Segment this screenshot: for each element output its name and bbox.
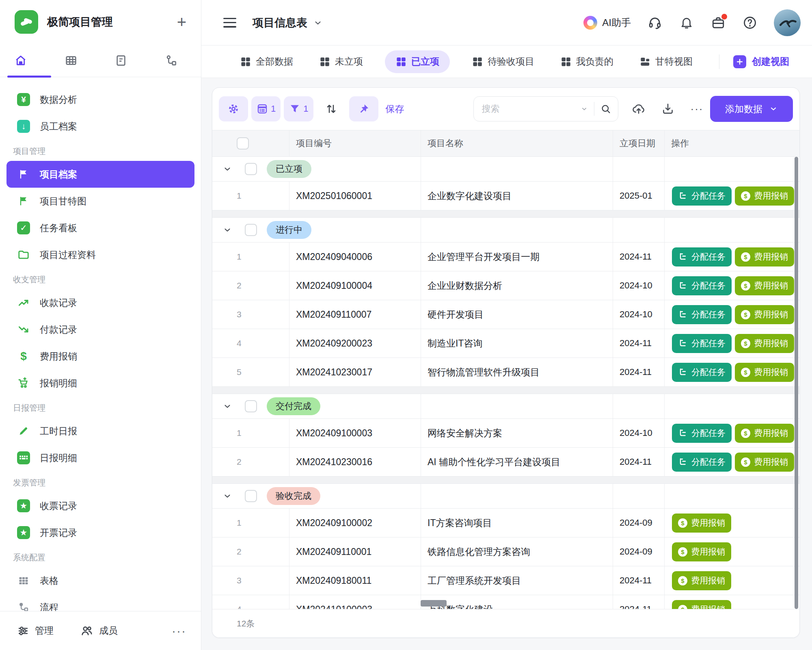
sidebar-item-folder[interactable]: 项目过程资料 <box>6 241 194 268</box>
row-number-cell: 1 <box>212 182 289 210</box>
pin-button[interactable] <box>349 96 378 121</box>
fields-config-button[interactable]: 1 <box>251 96 281 121</box>
sidebar-item-inbox-down[interactable]: ↓员工档案 <box>6 113 194 140</box>
column-header-name[interactable]: 项目名称 <box>421 130 613 156</box>
help-icon[interactable] <box>742 15 758 30</box>
action-label: 费用报销 <box>754 366 788 378</box>
user-avatar[interactable] <box>774 9 801 36</box>
view-tab-我负责的[interactable]: 我负责的 <box>556 50 618 73</box>
column-header-actions[interactable]: 操作 <box>664 130 799 156</box>
view-tab-已立项[interactable]: 已立项 <box>385 50 450 73</box>
dollar-badge-icon: $ <box>741 368 750 377</box>
group-collapse-chevron-icon[interactable] <box>223 165 232 173</box>
select-all-checkbox[interactable] <box>237 137 249 150</box>
sidebar-item-ticket-star[interactable]: ★收票记录 <box>6 492 194 519</box>
expense-claim-button[interactable]: $费用报销 <box>672 514 731 533</box>
assign-task-button[interactable]: 分配任务 <box>672 363 732 382</box>
view-tab-甘特视图[interactable]: 甘特视图 <box>635 50 697 73</box>
expense-claim-button[interactable]: $费用报销 <box>735 363 794 382</box>
expense-claim-button[interactable]: $费用报销 <box>735 453 794 472</box>
search-chevron-down-icon[interactable] <box>580 105 588 113</box>
project-code-cell: XM202410230017 <box>289 358 421 386</box>
search-icon[interactable] <box>600 103 611 115</box>
sidebar-item-yen-chart[interactable]: ¥数据分析 <box>6 86 194 113</box>
sidebar-item-flag[interactable]: 项目甘特图 <box>6 188 194 214</box>
actions-cell: 分配任务$费用报销 <box>664 419 799 447</box>
expense-claim-button[interactable]: $费用报销 <box>672 600 731 609</box>
sidebar-item-cart-plus[interactable]: 报销明细 <box>6 370 194 396</box>
sidebar-add-button[interactable]: + <box>177 14 186 30</box>
import-upload-button[interactable] <box>630 100 648 118</box>
sidebar-item-trend-up[interactable]: 收款记录 <box>6 289 194 316</box>
assign-task-button[interactable]: 分配任务 <box>672 276 732 295</box>
expense-claim-button[interactable]: $费用报销 <box>672 542 731 561</box>
group-checkbox[interactable] <box>245 400 257 412</box>
assign-task-button[interactable]: 分配任务 <box>672 334 732 353</box>
sidebar-item-label: 收票记录 <box>40 500 77 512</box>
group-checkbox[interactable] <box>245 163 257 175</box>
settings-button[interactable] <box>219 96 248 121</box>
column-header-code[interactable]: 项目编号 <box>289 130 421 156</box>
sidebar-more-button[interactable]: ··· <box>172 624 186 638</box>
sidebar-tab-table[interactable] <box>64 54 78 67</box>
sidebar-item-flag[interactable]: 项目档案 <box>6 161 194 188</box>
filter-button[interactable]: 1 <box>284 96 313 121</box>
search-input[interactable] <box>482 104 580 114</box>
expense-claim-button[interactable]: $费用报销 <box>735 276 794 295</box>
add-data-button[interactable]: 添加数据 <box>710 96 793 122</box>
briefcase-icon[interactable] <box>710 15 726 30</box>
column-header-date[interactable]: 立项日期 <box>613 130 664 156</box>
sidebar-manage-button[interactable]: 管理 <box>17 624 54 637</box>
project-code-cell: XM202409110007 <box>289 300 421 329</box>
expense-claim-button[interactable]: $费用报销 <box>735 247 794 266</box>
create-view-button[interactable]: 创建视图 <box>733 55 789 68</box>
group-checkbox[interactable] <box>245 224 257 236</box>
save-button[interactable]: 保存 <box>386 103 404 115</box>
view-tab-全部数据[interactable]: 全部数据 <box>236 50 297 73</box>
expense-claim-button[interactable]: $费用报销 <box>735 305 794 324</box>
sidebar-tab-document[interactable] <box>114 54 128 67</box>
sidebar-tab-flow[interactable] <box>164 54 178 67</box>
sidebar-item-flow-node[interactable]: 流程 <box>6 594 194 611</box>
headset-icon[interactable] <box>647 15 663 30</box>
sidebar-item-pencil[interactable]: 工时日报 <box>6 418 194 444</box>
sidebar-tab-home[interactable] <box>14 54 28 67</box>
ai-assistant-button[interactable]: AI助手 <box>583 16 631 30</box>
actions-cell: 分配任务$费用报销 <box>664 243 799 271</box>
expense-claim-button[interactable]: $费用报销 <box>735 424 794 443</box>
sidebar-item-keyboard[interactable]: 日报明细 <box>6 444 194 471</box>
view-tab-未立项[interactable]: 未立项 <box>315 50 367 73</box>
sidebar-item-ticket-star[interactable]: ★开票记录 <box>6 519 194 546</box>
sidebar-members-button[interactable]: 成员 <box>80 624 118 637</box>
title-chevron-down-icon[interactable] <box>313 18 323 28</box>
sidebar-item-trend-down[interactable]: 付款记录 <box>6 316 194 343</box>
assign-task-button[interactable]: 分配任务 <box>672 424 732 443</box>
group-row-head: 交付完成 <box>212 394 421 418</box>
dollar-badge-icon: $ <box>741 191 750 201</box>
group-checkbox[interactable] <box>245 490 257 502</box>
expense-claim-button[interactable]: $费用报销 <box>735 186 794 206</box>
assign-task-button[interactable]: 分配任务 <box>672 247 732 266</box>
group-status-badge: 验收完成 <box>267 487 320 505</box>
view-tab-待验收项目[interactable]: 待验收项目 <box>468 50 538 73</box>
assign-task-button[interactable]: 分配任务 <box>672 453 732 472</box>
table-row: 3XM202409180011工厂管理系统开发项目2024-11$费用报销 <box>212 566 799 595</box>
sort-button[interactable] <box>317 96 346 121</box>
group-collapse-chevron-icon[interactable] <box>223 225 232 234</box>
sidebar-item-calendar-check[interactable]: ✓任务看板 <box>6 214 194 241</box>
sidebar-item-grid[interactable]: 表格 <box>6 567 194 594</box>
group-collapse-chevron-icon[interactable] <box>223 402 232 411</box>
more-actions-button[interactable]: ··· <box>688 100 706 118</box>
sidebar-item-dollar[interactable]: $费用报销 <box>6 343 194 370</box>
bell-icon[interactable] <box>679 15 694 30</box>
expense-claim-button[interactable]: $费用报销 <box>735 334 794 353</box>
expense-claim-button[interactable]: $费用报销 <box>672 571 731 590</box>
horizontal-scrollbar-thumb[interactable] <box>421 600 447 607</box>
group-collapse-chevron-icon[interactable] <box>223 492 232 500</box>
vertical-scrollbar[interactable] <box>795 157 798 609</box>
project-name-cell: 企业管理平台开发项目一期 <box>421 243 613 271</box>
assign-task-button[interactable]: 分配任务 <box>672 186 732 206</box>
assign-task-button[interactable]: 分配任务 <box>672 305 732 324</box>
hamburger-menu-icon[interactable] <box>223 18 236 28</box>
download-button[interactable] <box>659 100 677 118</box>
